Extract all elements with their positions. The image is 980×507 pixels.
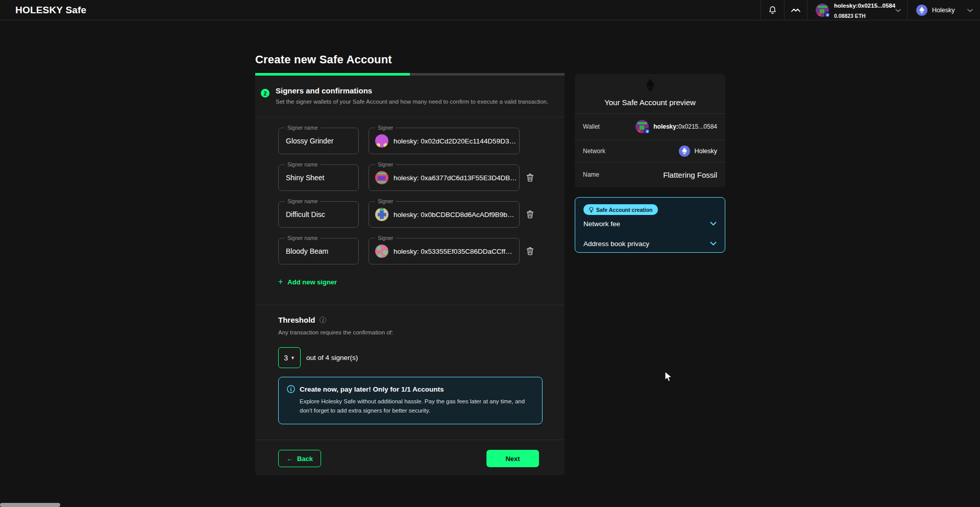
back-button-label: Back xyxy=(297,455,313,463)
notice-body: Explore Holesky Safe without additional … xyxy=(300,397,537,416)
signer-name-input[interactable]: Signer name Difficult Disc xyxy=(278,201,359,228)
lightbulb-icon xyxy=(589,207,594,213)
safe-creation-tips-card: Safe Account creation Network fee Addres… xyxy=(575,197,725,253)
notifications-button[interactable] xyxy=(761,0,784,20)
divider xyxy=(255,117,565,117)
add-new-signer-button[interactable]: + Add new signer xyxy=(278,277,337,286)
step-subtitle: Set the signer wallets of your Safe Acco… xyxy=(276,99,548,105)
signer-address-label: Signer xyxy=(375,198,396,204)
ethereum-network-icon xyxy=(679,146,690,157)
signer-address-input[interactable]: Signer holesky: 0xa6377dC6d13F55E3D4DB… xyxy=(369,164,520,191)
accordion-label: Network fee xyxy=(583,220,620,228)
signer-name-value: Glossy Grinder xyxy=(286,137,333,145)
delete-signer-button[interactable] xyxy=(524,172,536,184)
wallet-connect-button[interactable] xyxy=(784,0,807,20)
address-book-privacy-accordion[interactable]: Address book privacy xyxy=(575,238,725,249)
account-address: holesky:0x0215...0584 xyxy=(834,3,895,9)
preview-wallet-label: Wallet xyxy=(583,123,600,130)
signer-row: Signer name Bloody Beam Signer holesky: … xyxy=(255,238,565,264)
horizontal-scrollbar-thumb[interactable] xyxy=(0,503,60,507)
notice-title: Create now, pay later! Only for 1/1 Acco… xyxy=(300,385,444,393)
signer-row: Signer name Difficult Disc Signer holesk… xyxy=(255,201,565,228)
arrow-left-icon: ← xyxy=(286,455,293,463)
wallet-connector-badge-icon xyxy=(824,12,830,18)
signer-address-input[interactable]: Signer holesky: 0x0bCDBCD8d6AcADf9B9b… xyxy=(369,201,520,228)
preview-network-label: Network xyxy=(583,148,605,155)
step-title: Signers and confirmations xyxy=(276,86,372,95)
chevron-down-icon xyxy=(967,9,973,12)
top-bar: HOLESKY Safe holesky:0x0215...0584 0.088… xyxy=(0,0,980,20)
connected-account-menu[interactable]: holesky:0x0215...0584 0.08823 ETH xyxy=(807,0,907,20)
signer-name-value: Shiny Sheet xyxy=(286,174,325,182)
pay-later-notice: Create now, pay later! Only for 1/1 Acco… xyxy=(278,377,543,424)
signer-address-input[interactable]: Signer holesky: 0x53355Ef035C86DDaCCff… xyxy=(369,238,520,264)
signer-address-label: Signer xyxy=(375,235,396,241)
divider xyxy=(255,440,565,440)
wallet-avatar xyxy=(635,120,649,133)
page-title: Create new Safe Account xyxy=(255,53,392,66)
account-balance: 0.08823 ETH xyxy=(834,13,866,19)
signer-name-input[interactable]: Signer name Bloody Beam xyxy=(278,238,359,264)
signer-address-value: holesky: 0x0bCDBCD8d6AcADf9B9b… xyxy=(394,211,514,219)
signer-name-value: Difficult Disc xyxy=(286,210,325,219)
threshold-select[interactable]: 3 ▼ xyxy=(278,347,301,368)
signer-avatar xyxy=(375,171,388,184)
caret-down-icon: ▼ xyxy=(290,355,295,360)
safe-account-preview-card: Your Safe Account preview Wallet holesky… xyxy=(575,74,725,187)
delete-signer-button[interactable] xyxy=(524,245,536,257)
next-button-label: Next xyxy=(505,455,520,463)
preview-wallet-prefix: holesky: xyxy=(653,123,678,130)
bell-icon xyxy=(768,6,777,15)
signer-avatar xyxy=(375,245,388,258)
preview-wallet-row: Wallet holesky: 0x0215...0584 xyxy=(575,113,725,140)
mouse-cursor xyxy=(665,371,673,382)
tips-badge: Safe Account creation xyxy=(583,204,658,215)
tips-badge-label: Safe Account creation xyxy=(596,207,652,213)
next-button[interactable]: Next xyxy=(486,450,539,467)
threshold-title: Threshold i xyxy=(278,316,326,324)
preview-network-value: Holesky xyxy=(695,148,717,155)
network-name: Holesky xyxy=(932,7,954,14)
preview-name-value: Flattering Fossil xyxy=(663,171,717,179)
signer-address-value: holesky: 0x53355Ef035C86DDaCCff… xyxy=(394,248,512,255)
preview-title: Your Safe Account preview xyxy=(575,98,725,107)
network-selector[interactable]: Holesky xyxy=(907,0,980,20)
signer-name-label: Signer name xyxy=(285,198,321,204)
signer-name-label: Signer name xyxy=(285,161,321,167)
signer-name-value: Bloody Beam xyxy=(286,247,328,255)
chevron-down-icon xyxy=(895,9,901,12)
threshold-value: 3 xyxy=(284,354,288,362)
signer-row: Signer name Shiny Sheet Signer holesky: … xyxy=(255,164,565,191)
back-button[interactable]: ← Back xyxy=(278,450,321,467)
signer-name-label: Signer name xyxy=(285,125,321,131)
preview-wallet-address: 0x0215...0584 xyxy=(678,123,717,130)
chevron-down-icon xyxy=(710,222,717,226)
step-number-badge: 2 xyxy=(261,89,270,98)
threshold-suffix: out of 4 signer(s) xyxy=(306,347,358,368)
signer-name-input[interactable]: Signer name Glossy Grinder xyxy=(278,128,359,154)
signer-row: Signer name Glossy Grinder Signer holesk… xyxy=(255,128,565,154)
add-new-signer-label: Add new signer xyxy=(287,278,337,286)
delete-signer-button[interactable] xyxy=(524,208,536,221)
app-logo[interactable]: HOLESKY Safe xyxy=(15,0,86,20)
ethereum-logo-icon xyxy=(646,79,654,92)
network-fee-accordion[interactable]: Network fee xyxy=(575,218,725,229)
signer-name-input[interactable]: Signer name Shiny Sheet xyxy=(278,164,359,191)
ethereum-network-icon xyxy=(916,5,927,16)
signer-avatar xyxy=(375,134,388,148)
signer-address-value: holesky: 0xa6377dC6d13F55E3D4DB… xyxy=(394,174,516,182)
signer-address-label: Signer xyxy=(375,125,396,131)
wallet-wave-icon xyxy=(791,7,801,13)
wallet-avatar xyxy=(816,4,829,17)
signer-address-input[interactable]: Signer holesky: 0x02dCd2D20Ec1144D59D3… xyxy=(369,128,520,154)
signer-address-value: holesky: 0x02dCd2D20Ec1144D59D3… xyxy=(394,137,516,145)
info-icon[interactable]: i xyxy=(320,317,326,323)
accordion-label: Address book privacy xyxy=(583,240,649,248)
threshold-subtitle: Any transaction requires the confirmatio… xyxy=(278,329,393,335)
preview-name-row: Name Flattering Fossil xyxy=(575,162,725,187)
wallet-connector-badge-icon xyxy=(644,128,650,134)
signers-step-card: 2 Signers and confirmations Set the sign… xyxy=(255,76,565,475)
plus-icon: + xyxy=(278,277,283,286)
signer-avatar xyxy=(375,208,388,221)
preview-name-label: Name xyxy=(583,171,599,178)
